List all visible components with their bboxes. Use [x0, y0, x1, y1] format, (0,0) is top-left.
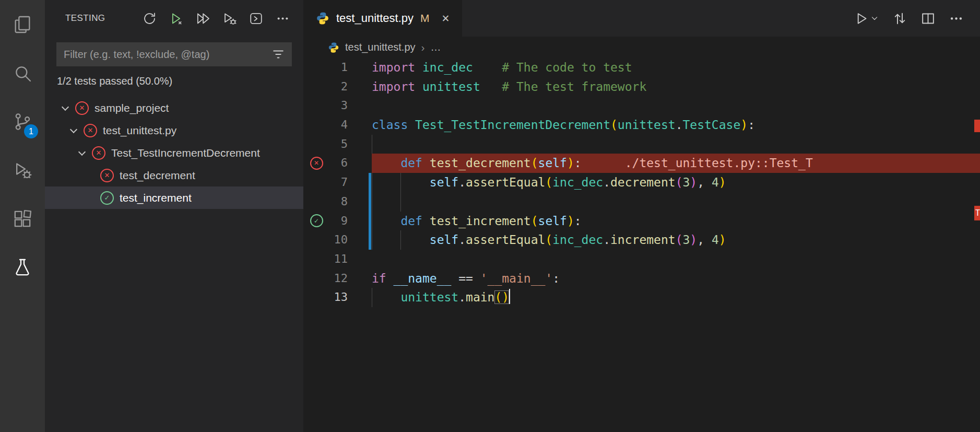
code-line-8[interactable]: 8: [303, 192, 980, 212]
tab-bar: test_unittest.py M ✕: [303, 0, 980, 37]
gutter: [303, 269, 329, 288]
test-filter-box: [56, 42, 292, 66]
tests-status-text: 1/2 tests passed (50.0%): [57, 75, 303, 87]
code-line-content: [372, 250, 980, 269]
line-number: 5: [329, 135, 348, 154]
tree-item-Test_TestIncrementDecrement[interactable]: ✕Test_TestIncrementDecrement: [45, 142, 303, 164]
tab-close-button[interactable]: ✕: [441, 13, 450, 25]
test-passed-gutter-icon[interactable]: ✓: [310, 214, 323, 227]
gutter: ✓: [303, 212, 329, 231]
tree-item-test_increment[interactable]: ✓test_increment: [45, 186, 303, 209]
activity-extensions[interactable]: [0, 194, 45, 243]
code-line-12[interactable]: 12if __name__ == '__main__':: [303, 269, 980, 288]
show-output-button[interactable]: [247, 10, 264, 27]
code-line-5[interactable]: 5: [303, 135, 980, 154]
more-actions-icon: [948, 10, 964, 27]
test-failed-gutter-icon[interactable]: ✕: [310, 157, 323, 170]
line-number: 13: [329, 288, 348, 307]
breadcrumb: test_unittest.py › …: [303, 37, 980, 58]
code-line-1[interactable]: 1import inc_dec # The code to test: [303, 58, 980, 77]
chevron-down-icon[interactable]: [58, 107, 72, 110]
activity-run-and-debug[interactable]: [0, 146, 45, 194]
gutter: ✕: [303, 154, 329, 173]
indent-guide: [372, 230, 372, 250]
extensions-icon: [12, 208, 33, 229]
code-line-content: unittest.main(): [372, 288, 980, 307]
gutter: [303, 96, 329, 115]
error-ruler-mark: T: [974, 206, 980, 220]
open-changes-button[interactable]: [891, 10, 908, 27]
run-python-file-button[interactable]: [853, 10, 880, 27]
breadcrumb-symbol[interactable]: …: [431, 41, 441, 53]
code-editor[interactable]: 1import inc_dec # The code to test2impor…: [303, 58, 980, 307]
line-number: 10: [329, 230, 348, 250]
code-line-3[interactable]: 3: [303, 96, 980, 115]
code-line-content: [372, 135, 980, 154]
run-all-tests-button[interactable]: [194, 10, 211, 27]
line-number: 1: [329, 58, 348, 77]
refresh-tests-button[interactable]: [141, 10, 158, 27]
activity-explorer[interactable]: [0, 0, 45, 49]
tree-item-sample_project[interactable]: ✕sample_project: [45, 97, 303, 119]
tree-item-label: test_decrement: [120, 169, 195, 182]
test-filter-input[interactable]: [64, 49, 271, 61]
tree-item-test_unittest.py[interactable]: ✕test_unittest.py: [45, 119, 303, 142]
activity-search[interactable]: [0, 49, 45, 97]
files-icon: [12, 14, 33, 35]
tab-modified-badge: M: [420, 12, 430, 25]
indent-guide: [400, 173, 401, 192]
search-icon: [12, 63, 33, 84]
code-line-6[interactable]: ✕6 def test_decrement(self): ./test_unit…: [303, 154, 980, 173]
more-actions-button[interactable]: [274, 10, 291, 27]
code-line-9[interactable]: ✓9 def test_increment(self):: [303, 212, 980, 231]
code-line-content: import unittest # The test framework: [372, 77, 980, 97]
more-actions-icon: [275, 11, 290, 26]
indent-guide: [372, 288, 372, 307]
test-failed-icon: ✕: [75, 101, 89, 115]
editor-more-actions-button[interactable]: [948, 10, 964, 27]
breadcrumb-separator: ›: [421, 41, 425, 54]
line-number: 3: [329, 96, 348, 115]
error-ruler-mark: [974, 120, 980, 132]
modified-line-indicator: [369, 192, 371, 212]
editor-actions: [853, 0, 980, 37]
filter-icon[interactable]: [271, 47, 286, 62]
code-line-13[interactable]: 13 unittest.main(): [303, 288, 980, 307]
activity-source-control[interactable]: 1: [0, 97, 45, 146]
code-line-10[interactable]: 10 self.assertEqual(inc_dec.increment(3)…: [303, 230, 980, 250]
code-line-11[interactable]: 11: [303, 250, 980, 269]
split-editor-icon: [920, 10, 936, 27]
indent-guide: [372, 135, 372, 154]
chevron-down-icon[interactable]: [75, 151, 89, 155]
indent-guide: [400, 230, 401, 250]
split-editor-button[interactable]: [919, 10, 936, 27]
breadcrumb-file[interactable]: test_unittest.py: [345, 41, 416, 53]
chevron-down-icon[interactable]: [67, 129, 80, 132]
gutter: [303, 77, 329, 97]
code-line-content: def test_decrement(self): ./test_unittes…: [372, 154, 980, 173]
tree-item-test_decrement[interactable]: ✕test_decrement: [45, 164, 303, 186]
activity-testing[interactable]: [0, 243, 45, 291]
code-line-7[interactable]: 7 self.assertEqual(inc_dec.decrement(3),…: [303, 173, 980, 192]
code-line-content: def test_increment(self):: [372, 212, 980, 231]
run-failed-tests-button[interactable]: [168, 10, 184, 27]
code-line-4[interactable]: 4class Test_TestIncrementDecrement(unitt…: [303, 115, 980, 135]
line-number: 9: [329, 212, 348, 231]
indent-guide: [372, 192, 372, 212]
test-failed-icon: ✕: [84, 124, 97, 137]
overview-ruler[interactable]: T: [971, 0, 980, 432]
debug-tests-icon: [222, 11, 237, 26]
line-number: 6: [329, 154, 348, 173]
tree-item-label: test_unittest.py: [103, 124, 176, 137]
sidebar-header: TESTING: [45, 0, 303, 37]
debug-tests-button[interactable]: [221, 10, 238, 27]
run-python-file-icon: [853, 10, 869, 27]
run-dropdown-chevron-icon[interactable]: [869, 13, 880, 24]
gutter: [303, 230, 329, 250]
beaker-icon: [12, 257, 33, 278]
modified-line-indicator: [369, 212, 371, 231]
test-passed-icon: ✓: [100, 191, 114, 205]
code-line-2[interactable]: 2import unittest # The test framework: [303, 77, 980, 97]
tab-test-unittest[interactable]: test_unittest.py M ✕: [303, 0, 462, 37]
run-all-tests-icon: [195, 11, 210, 26]
